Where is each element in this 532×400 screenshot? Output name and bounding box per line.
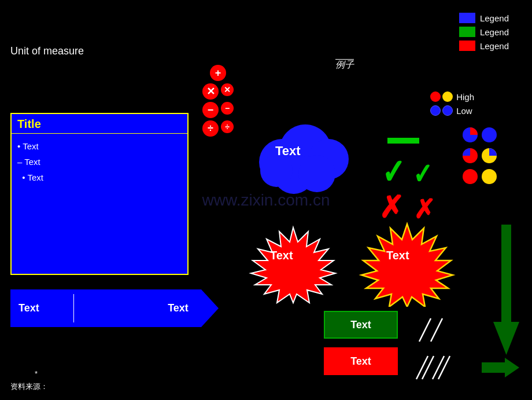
legend-box-red (459, 41, 475, 51)
blue-box-content: • Text – Text • Text (12, 134, 187, 190)
svg-line-19 (438, 356, 450, 379)
arrow-box-left-text: Text (19, 302, 39, 314)
green-arrow-right (482, 358, 519, 380)
pie-chart-1 (462, 127, 478, 143)
arrow-box-right: Text (138, 289, 219, 327)
arrow-box-container: Text Text (10, 289, 219, 327)
red-x-1: ✗ (379, 190, 404, 225)
svg-line-18 (433, 356, 444, 379)
legend-item-red: Legend (459, 41, 509, 51)
pie-row-1 (462, 127, 497, 143)
cloud-text: Text (275, 144, 301, 159)
pie-chart-2 (481, 127, 497, 143)
starburst-2-svg (356, 221, 459, 307)
asterisk: * (35, 369, 38, 378)
cloud-svg (247, 116, 354, 194)
green-check-2: ✓ (413, 157, 433, 191)
svg-point-1 (482, 127, 497, 142)
starburst-1-text: Text (270, 249, 293, 262)
high-item: High (430, 91, 474, 102)
starburst-2-text: Text (386, 249, 409, 262)
math-column: + ✕ ✕ − − ÷ ÷ (202, 65, 234, 137)
pie-chart-4 (481, 148, 497, 164)
starburst-1-container (246, 225, 341, 307)
legend-item-green: Legend (459, 27, 509, 37)
green-text-box: Text (324, 311, 398, 339)
green-arrow-vert-svg (493, 225, 519, 355)
svg-line-15 (431, 318, 442, 342)
math-div-sm: ÷ (221, 120, 234, 133)
svg-line-17 (422, 356, 434, 379)
blue-box-line-2: – Text (17, 154, 182, 170)
math-div-big: ÷ (202, 120, 219, 137)
green-dash (387, 138, 419, 144)
blue-content-box: Title • Text – Text • Text (10, 113, 189, 275)
svg-marker-22 (482, 358, 519, 377)
svg-line-16 (416, 356, 428, 379)
legend-label-blue: Legend (480, 13, 509, 23)
low-circles (430, 105, 453, 116)
starburst-2-container (356, 221, 459, 309)
svg-marker-13 (361, 224, 453, 307)
low-circle-blue (430, 105, 441, 116)
blue-box-line-3: • Text (17, 170, 182, 185)
legend-container: Legend Legend Legend (459, 13, 509, 51)
math-minus-big: − (202, 102, 219, 118)
pie-row-2 (462, 148, 497, 164)
source-label: 资料来源： (10, 381, 48, 392)
red-x-2: ✗ (413, 194, 435, 225)
slash-lines-upper (411, 315, 457, 344)
legend-item-blue: Legend (459, 13, 509, 23)
low-circle-blue2 (442, 105, 453, 116)
svg-line-14 (419, 318, 431, 342)
math-minus-row: − − (202, 102, 234, 118)
starburst-1-svg (246, 225, 341, 304)
green-arrow-vertical (493, 225, 519, 357)
pie-chart-3 (462, 148, 478, 164)
pie-row-3 (462, 168, 497, 185)
high-label: High (456, 92, 474, 102)
math-minus-sm: − (221, 102, 234, 115)
green-box-text: Text (350, 319, 371, 331)
arrow-box-right-text: Text (168, 302, 189, 314)
example-label: 例子 (335, 59, 354, 71)
svg-marker-21 (493, 322, 519, 355)
slash-lines-lower (411, 353, 457, 384)
pie-chart-5 (462, 168, 478, 185)
svg-rect-20 (501, 225, 511, 322)
high-circles (430, 91, 453, 102)
blue-box-title: Title (12, 114, 187, 134)
arrow-divider (73, 294, 75, 322)
math-plus: + (210, 65, 226, 81)
red-box-text: Text (350, 355, 371, 368)
legend-box-blue (459, 13, 475, 23)
svg-marker-12 (251, 227, 335, 303)
green-check-1: ✓ (382, 152, 405, 192)
math-x-big: ✕ (202, 83, 219, 100)
green-arrow-right-svg (482, 358, 519, 377)
cloud-container (247, 116, 354, 196)
math-div-row: ÷ ÷ (202, 120, 234, 137)
red-text-box: Text (324, 347, 398, 375)
high-circle-yellow (442, 91, 453, 102)
slash-svg-upper (411, 315, 457, 344)
math-x-row: ✕ ✕ (202, 83, 234, 100)
math-x-sm: ✕ (221, 83, 234, 96)
svg-point-10 (298, 155, 335, 192)
high-circle-red (430, 91, 441, 102)
pie-chart-6 (481, 168, 497, 185)
pie-column (462, 107, 497, 185)
unit-label: Unit of measure (10, 45, 84, 57)
arrow-box-left: Text (10, 289, 138, 327)
legend-box-green (459, 27, 475, 37)
svg-point-5 (482, 169, 497, 184)
legend-label-green: Legend (480, 27, 509, 37)
legend-label-red: Legend (480, 41, 509, 51)
svg-point-11 (260, 155, 293, 187)
blue-box-line-1: • Text (17, 138, 182, 154)
math-plus-row: + (210, 65, 226, 81)
svg-point-4 (463, 169, 478, 184)
slash-svg-lower (411, 353, 457, 382)
